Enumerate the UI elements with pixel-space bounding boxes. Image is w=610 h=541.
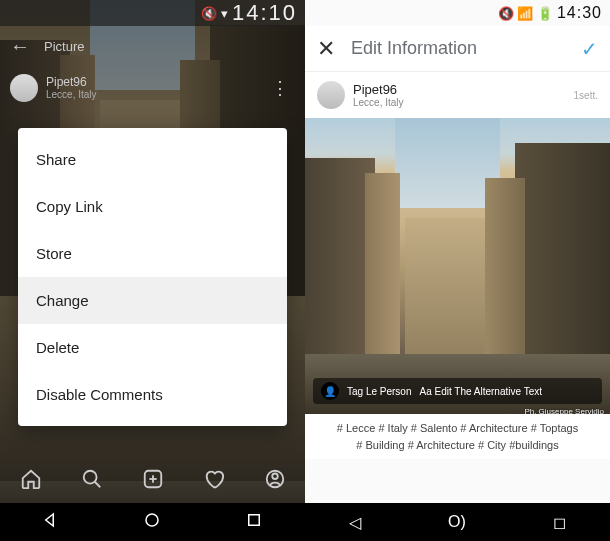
search-icon[interactable] <box>81 468 103 495</box>
author-name: Pipet96 <box>46 75 97 89</box>
post-photo[interactable]: 👤 Tag Le Person Aa Edit The Alternative … <box>305 118 610 414</box>
status-icons: 🔇 ▾ <box>201 6 228 21</box>
author-name: Pipet96 <box>353 82 404 97</box>
nav-home-icon[interactable]: O) <box>448 513 466 531</box>
author-location: Lecce, Italy <box>46 89 97 101</box>
tag-people-label[interactable]: Tag Le Person <box>347 386 412 397</box>
svg-rect-8 <box>249 515 260 526</box>
bottom-nav <box>0 459 305 503</box>
photo-credit: Ph. Giuseppe Servidio <box>524 407 604 414</box>
svg-line-1 <box>94 481 100 487</box>
left-panel: 🔇 ▾ 14:10 ← Picture Pipet96 Lecce, Italy… <box>0 0 305 541</box>
confirm-check-icon[interactable]: ✓ <box>581 37 598 61</box>
time-ago: 1sett. <box>574 90 598 101</box>
avatar[interactable] <box>10 74 38 102</box>
hashtags-line-2: # Building # Architecture # City #buildi… <box>315 437 600 454</box>
heart-icon[interactable] <box>203 468 225 495</box>
nav-home-icon[interactable] <box>143 511 161 533</box>
menu-delete[interactable]: Delete <box>18 324 287 371</box>
home-icon[interactable] <box>20 468 42 495</box>
edit-alt-label[interactable]: Aa Edit The Alternative Text <box>420 386 542 397</box>
author-text: Pipet96 Lecce, Italy <box>353 82 404 108</box>
tag-person-icon[interactable]: 👤 <box>321 382 339 400</box>
author-location: Lecce, Italy <box>353 97 404 108</box>
photo-action-bar: 👤 Tag Le Person Aa Edit The Alternative … <box>313 378 602 404</box>
close-icon[interactable]: ✕ <box>317 36 335 62</box>
add-post-icon[interactable] <box>142 468 164 495</box>
right-panel: 🔇 📶 🔋 14:30 ✕ Edit Information ✓ Pipet96… <box>305 0 610 541</box>
edit-header: ✕ Edit Information ✓ <box>305 26 610 72</box>
android-nav-left <box>0 503 305 541</box>
svg-point-7 <box>146 514 158 526</box>
nav-back-icon[interactable]: ◁ <box>349 513 361 532</box>
svg-point-0 <box>83 470 96 483</box>
menu-change[interactable]: Change <box>18 277 287 324</box>
avatar[interactable] <box>317 81 345 109</box>
header-title: Picture <box>44 39 84 54</box>
menu-share[interactable]: Share <box>18 136 287 183</box>
caption-hashtags[interactable]: # Lecce # Italy # Salento # Architecture… <box>305 414 610 459</box>
nav-back-icon[interactable] <box>42 511 60 533</box>
post-author-row[interactable]: Pipet96 Lecce, Italy ⋮ <box>0 68 305 108</box>
hashtags-line-1: # Lecce # Italy # Salento # Architecture… <box>315 420 600 437</box>
status-bar-right: 🔇 📶 🔋 14:30 <box>305 0 610 26</box>
left-app-header: ← Picture <box>0 26 305 66</box>
edit-author-row[interactable]: Pipet96 Lecce, Italy 1sett. <box>305 72 610 118</box>
back-icon[interactable]: ← <box>10 35 30 58</box>
edit-title: Edit Information <box>351 38 565 59</box>
status-time-right: 14:30 <box>557 4 602 22</box>
menu-copy-link[interactable]: Copy Link <box>18 183 287 230</box>
status-icons-right: 🔇 📶 🔋 <box>498 6 553 21</box>
menu-disable-comments[interactable]: Disable Comments <box>18 371 287 418</box>
svg-point-6 <box>272 473 278 479</box>
options-menu: Share Copy Link Store Change Delete Disa… <box>18 128 287 426</box>
status-bar-left: 🔇 ▾ 14:10 <box>0 0 305 26</box>
more-options-icon[interactable]: ⋮ <box>271 77 295 99</box>
author-text: Pipet96 Lecce, Italy <box>46 75 97 101</box>
profile-icon[interactable] <box>264 468 286 495</box>
menu-store[interactable]: Store <box>18 230 287 277</box>
nav-recent-icon[interactable]: ◻ <box>553 513 566 532</box>
nav-recent-icon[interactable] <box>245 511 263 533</box>
status-time: 14:10 <box>232 0 297 26</box>
android-nav-right: ◁ O) ◻ <box>305 503 610 541</box>
